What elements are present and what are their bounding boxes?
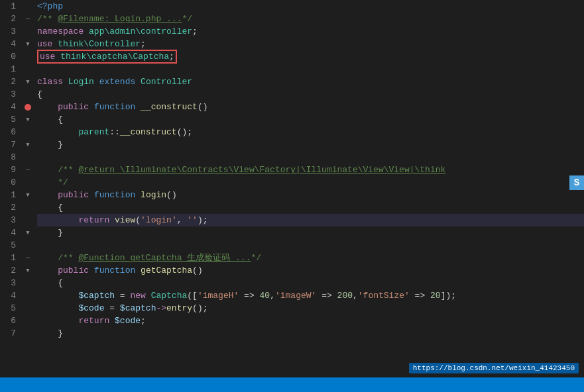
code-line-4: use think\Controller; xyxy=(37,38,584,50)
keyword-public-1: public xyxy=(58,101,89,113)
code-line-18: return view('login', ''); xyxy=(37,214,584,226)
str-imagew: 'imageW' xyxy=(275,289,316,302)
fn-login: login xyxy=(141,189,166,201)
use-captcha-value: think\captcha\Captcha xyxy=(60,52,169,62)
gutter-5 xyxy=(21,50,34,63)
use-think-controller: think\Controller xyxy=(58,38,141,50)
code-content: <?php /** @Filename: Login.php ...*/ nam… xyxy=(34,0,584,377)
gutter-17 xyxy=(21,201,34,214)
gutter-18 xyxy=(21,214,34,226)
gutter-fold-7[interactable] xyxy=(21,75,34,88)
fn-parent-construct: __construct xyxy=(120,126,177,138)
gutter-23 xyxy=(21,277,34,289)
gutter-13 xyxy=(21,151,34,164)
code-line-6 xyxy=(37,63,584,75)
str-fontsize: 'fontSize' xyxy=(358,289,410,302)
gutter-27 xyxy=(21,327,34,340)
gutter-1 xyxy=(21,0,34,13)
gutter-fold-16[interactable] xyxy=(21,189,34,201)
str-imageh: 'imageH' xyxy=(198,289,239,302)
gutter-fold-19[interactable] xyxy=(21,226,34,239)
keyword-function-2: function xyxy=(94,189,135,201)
gutter-11 xyxy=(21,126,34,138)
comment-return: /** @return \Illuminate\Contracts\View\F… xyxy=(58,164,445,176)
gutter-fold-10[interactable] xyxy=(21,113,34,126)
var-code-2: $code xyxy=(115,315,141,327)
gutter-fold-2[interactable] xyxy=(21,13,34,25)
class-name-login: Login xyxy=(68,75,94,88)
keyword-use-1: use xyxy=(37,38,52,50)
gutter-15 xyxy=(21,176,34,189)
code-line-21: /** @Function getCaptcha 生成验证码 ...*/ xyxy=(37,252,584,264)
keyword-return-2: return xyxy=(78,315,109,327)
breakpoint-indicator xyxy=(25,104,31,111)
keyword-function-3: function xyxy=(94,264,135,277)
keyword-function-1: function xyxy=(94,101,135,113)
status-bar xyxy=(0,377,584,392)
code-line-11: parent::__construct(); xyxy=(37,126,584,138)
comment-filename: /** @Filename: Login.php ...*/ xyxy=(37,13,192,25)
keyword-public-2: public xyxy=(58,189,89,201)
s-badge: S xyxy=(569,175,584,190)
class-name-controller: Controller xyxy=(141,75,192,88)
gutter-fold-12[interactable] xyxy=(21,138,34,151)
namespace-value: app\admin\controller xyxy=(89,25,192,38)
code-line-27: } xyxy=(37,327,584,340)
code-line-2: /** @Filename: Login.php ...*/ xyxy=(37,13,584,25)
code-line-14: /** @return \Illuminate\Contracts\View\F… xyxy=(37,164,584,176)
code-line-19: } xyxy=(37,226,584,239)
gutter-fold-14[interactable] xyxy=(21,164,34,176)
num-40: 40 xyxy=(260,289,270,302)
code-line-8: { xyxy=(37,88,584,101)
keyword-namespace: namespace xyxy=(37,25,84,38)
gutter-25 xyxy=(21,302,34,315)
code-line-24: $captch = new Captcha(['imageH' => 40,'i… xyxy=(37,289,584,302)
fn-construct: __construct xyxy=(141,101,198,113)
num-200: 200 xyxy=(337,289,353,302)
gutter-fold-22[interactable] xyxy=(21,264,34,277)
code-line-20 xyxy=(37,239,584,252)
num-20: 20 xyxy=(430,289,441,302)
gutter-26 xyxy=(21,315,34,327)
gutter-6 xyxy=(21,63,34,75)
gutter-20 xyxy=(21,239,34,252)
gutter-8 xyxy=(21,88,34,101)
var-code: $code xyxy=(78,302,104,315)
code-line-9: public function __construct() xyxy=(37,101,584,113)
keyword-new: new xyxy=(130,289,145,302)
code-line-3: namespace app\admin\controller; xyxy=(37,25,584,38)
gutter-fold-4[interactable] xyxy=(21,38,34,50)
fn-view: view xyxy=(115,214,135,226)
var-captch-2: $captch xyxy=(120,302,156,315)
code-line-25: $code = $captch->entry(); xyxy=(37,302,584,315)
watermark: https://blog.csdn.net/weixin_41423450 xyxy=(409,363,579,373)
code-line-22: public function getCaptcha() xyxy=(37,264,584,277)
fn-entry: entry xyxy=(166,302,192,315)
str-login: 'login' xyxy=(141,214,177,226)
use-captcha-box: use think\captcha\Captcha; xyxy=(37,50,177,64)
gutter-24 xyxy=(21,289,34,302)
code-line-15: */ xyxy=(37,176,584,189)
code-line-13 xyxy=(37,151,584,164)
keyword-return-1: return xyxy=(78,214,109,226)
code-line-10: { xyxy=(37,113,584,126)
comment-end: */ xyxy=(58,176,68,189)
code-line-16: public function login() xyxy=(37,189,584,201)
gutter-fold-21[interactable] xyxy=(21,252,34,264)
keyword-use-2: use xyxy=(40,52,55,62)
code-line-12: } xyxy=(37,138,584,151)
code-line-17: { xyxy=(37,201,584,214)
line-numbers: 1 2 3 4 0 1 2 3 4 5 6 7 8 9 0 1 2 3 4 5 … xyxy=(0,0,21,377)
str-empty: '' xyxy=(187,214,198,226)
keyword-public-3: public xyxy=(58,264,89,277)
fn-getcaptcha: getCaptcha xyxy=(141,264,192,277)
code-line-23: { xyxy=(37,277,584,289)
code-line-7: class Login extends Controller xyxy=(37,75,584,88)
php-tag: <?php xyxy=(37,0,63,13)
code-line-5: use think\captcha\Captcha; xyxy=(37,50,584,63)
gutter xyxy=(21,0,34,377)
class-captcha: Captcha xyxy=(151,289,188,302)
editor-container: 1 2 3 4 0 1 2 3 4 5 6 7 8 9 0 1 2 3 4 5 … xyxy=(0,0,584,392)
parent-call: parent xyxy=(78,126,109,138)
code-line-26: return $code; xyxy=(37,315,584,327)
